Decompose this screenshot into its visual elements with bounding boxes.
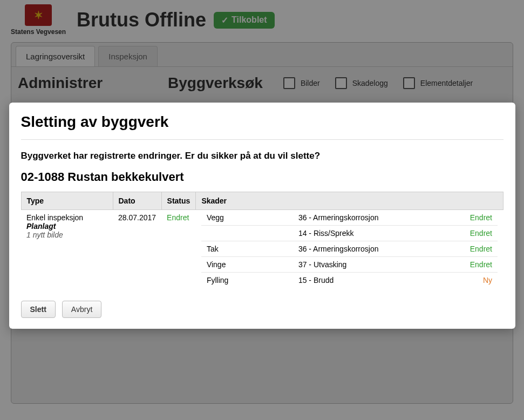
col-status: Status [161, 192, 196, 210]
skade-status: Endret [454, 257, 498, 273]
changes-table: Type Dato Status Skader Enkel inspeksjon… [21, 192, 503, 291]
cell-dato: 28.07.2017 [113, 210, 161, 292]
col-dato: Dato [113, 192, 161, 210]
table-row: Enkel inspeksjon Planlagt 1 nytt bilde 2… [21, 210, 503, 292]
type-main: Enkel inspeksjon [26, 213, 107, 222]
skade-element: Vinge [201, 257, 293, 273]
skade-status: Endret [454, 226, 498, 241]
skade-row: Vinge37 - UtvaskingEndret [201, 257, 498, 273]
delete-button[interactable]: Slett [21, 301, 56, 318]
skade-code: 15 - Brudd [293, 273, 454, 288]
skade-code: 14 - Riss/Sprekk [293, 226, 454, 241]
skader-table: Vegg36 - ArmeringskorrosjonEndret14 - Ri… [201, 213, 498, 288]
skade-element: Tak [201, 241, 293, 257]
skade-code: 36 - Armeringskorrosjon [293, 213, 454, 226]
divider [21, 139, 503, 140]
cell-skader: Vegg36 - ArmeringskorrosjonEndret14 - Ri… [196, 210, 503, 292]
col-type: Type [21, 192, 113, 210]
modal-button-row: Slett Avbryt [21, 301, 503, 318]
modal-overlay: Sletting av byggverk Byggverket har regi… [0, 0, 524, 420]
skade-row: Fylling15 - BruddNy [201, 273, 498, 288]
modal-warning: Byggverket har registrerte endringer. Er… [21, 151, 503, 161]
cell-type: Enkel inspeksjon Planlagt 1 nytt bilde [21, 210, 113, 292]
skade-row: Vegg36 - ArmeringskorrosjonEndret [201, 213, 498, 226]
cell-status: Endret [161, 210, 196, 292]
skade-status: Ny [454, 273, 498, 288]
skade-code: 36 - Armeringskorrosjon [293, 241, 454, 257]
skade-element [201, 226, 293, 241]
skade-row: 14 - Riss/SprekkEndret [201, 226, 498, 241]
skade-element: Fylling [201, 273, 293, 288]
modal-subtitle: 02-1088 Rustan bekkekulvert [21, 170, 503, 184]
delete-modal: Sletting av byggverk Byggverket har regi… [9, 103, 515, 329]
type-note: 1 nytt bilde [26, 231, 107, 239]
col-skader: Skader [196, 192, 503, 210]
type-sub: Planlagt [26, 222, 107, 231]
skade-code: 37 - Utvasking [293, 257, 454, 273]
skade-status: Endret [454, 241, 498, 257]
skade-row: Tak36 - ArmeringskorrosjonEndret [201, 241, 498, 257]
skade-element: Vegg [201, 213, 293, 226]
skade-status: Endret [454, 213, 498, 226]
cancel-button[interactable]: Avbryt [62, 301, 101, 318]
modal-title: Sletting av byggverk [21, 113, 503, 131]
